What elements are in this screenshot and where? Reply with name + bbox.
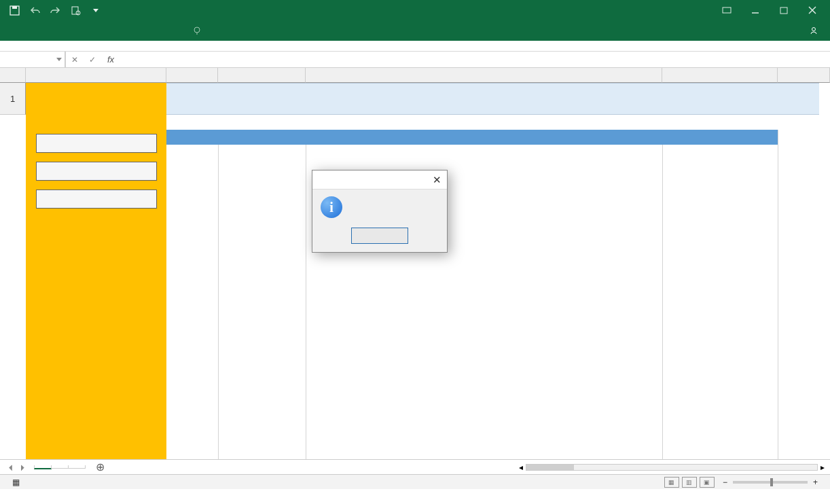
- tell-me[interactable]: [193, 26, 205, 35]
- tab-last-icon[interactable]: ⏵: [19, 463, 27, 472]
- preview-icon[interactable]: [67, 1, 84, 19]
- tab-review[interactable]: [101, 20, 117, 41]
- zoom-in-icon[interactable]: +: [813, 478, 818, 487]
- tab-first-icon[interactable]: ⏴: [7, 463, 15, 472]
- bulb-icon: [193, 26, 201, 35]
- share-button[interactable]: [800, 20, 830, 41]
- col-E[interactable]: [662, 68, 778, 83]
- tab-data[interactable]: [84, 20, 101, 41]
- tab-file[interactable]: [3, 20, 19, 41]
- hscrollbar[interactable]: [526, 464, 818, 471]
- th-seq: [166, 130, 218, 145]
- msgbox: ✕ i: [312, 170, 448, 253]
- svg-rect-1: [12, 6, 17, 9]
- maximize-icon[interactable]: [770, 1, 797, 19]
- svg-point-11: [812, 28, 816, 31]
- col-C[interactable]: [218, 68, 306, 83]
- worksheet[interactable]: 1 /*placeholder*/: [0, 68, 830, 459]
- view-normal-icon[interactable]: ▦: [664, 477, 679, 488]
- ribbon-body-collapsed: [0, 41, 830, 52]
- zoom-out-icon[interactable]: −: [723, 478, 727, 487]
- sheet-tabbar: ⏴ ⏵ ⊕ ◂ ▸: [0, 459, 830, 474]
- formula-bar: ✕ ✓ fx: [0, 52, 830, 68]
- th-attr: [218, 130, 306, 145]
- select-all-corner[interactable]: [0, 68, 26, 83]
- svg-point-9: [194, 27, 200, 33]
- view-break-icon[interactable]: ▣: [700, 477, 715, 488]
- svg-rect-6: [780, 7, 787, 14]
- msgbox-close-icon[interactable]: ✕: [433, 174, 441, 186]
- th-val: [662, 130, 778, 145]
- person-icon: [810, 26, 818, 35]
- tab-layout[interactable]: [52, 20, 68, 41]
- btn-all-drives[interactable]: [36, 190, 157, 209]
- close-icon[interactable]: [799, 1, 826, 19]
- tab-insert[interactable]: [35, 20, 52, 41]
- btn-drive-values[interactable]: [36, 162, 157, 181]
- tab-view[interactable]: [117, 20, 133, 41]
- redo-icon[interactable]: [46, 1, 64, 19]
- svg-rect-2: [72, 7, 78, 14]
- sheet-tab-1[interactable]: [34, 465, 52, 469]
- fx-icon[interactable]: fx: [101, 52, 120, 67]
- tab-baidu[interactable]: [166, 20, 182, 41]
- hscroll-right-icon[interactable]: ▸: [820, 463, 825, 472]
- cancel-fx-icon[interactable]: ✕: [66, 52, 84, 67]
- view-layout-icon[interactable]: ▥: [682, 477, 697, 488]
- ribbon-tabs: [0, 20, 830, 41]
- tab-formula[interactable]: [68, 20, 84, 41]
- hscroll-left-icon[interactable]: ◂: [519, 463, 523, 472]
- table-header: [166, 130, 778, 145]
- save-icon[interactable]: [5, 1, 23, 19]
- info-icon: i: [321, 196, 342, 218]
- tab-dev[interactable]: [133, 20, 149, 41]
- col-D[interactable]: [306, 68, 662, 83]
- undo-icon[interactable]: [26, 1, 43, 19]
- macro-rec-icon[interactable]: ▦: [12, 478, 20, 487]
- th-desc: [306, 130, 662, 145]
- zoom-slider[interactable]: [733, 481, 808, 484]
- formula-input[interactable]: [120, 52, 830, 67]
- col-A[interactable]: [26, 68, 166, 83]
- col-B[interactable]: [166, 68, 218, 83]
- sheet-tab-2[interactable]: [51, 465, 69, 469]
- name-box[interactable]: [0, 52, 65, 67]
- status-bar: ▦ ▦ ▥ ▣ − +: [0, 474, 830, 489]
- titlebar: [0, 0, 830, 20]
- gridlines: [166, 130, 830, 459]
- msgbox-ok-button[interactable]: [351, 228, 408, 244]
- enter-fx-icon[interactable]: ✓: [84, 52, 101, 67]
- new-sheet-icon[interactable]: ⊕: [92, 461, 108, 473]
- merged-title[interactable]: [166, 83, 819, 115]
- qat-more-icon[interactable]: [87, 1, 105, 19]
- svg-rect-4: [723, 7, 731, 13]
- col-F[interactable]: [778, 68, 830, 83]
- minimize-icon[interactable]: [742, 1, 769, 19]
- tab-pdf[interactable]: [149, 20, 166, 41]
- sheet-tab-3[interactable]: [68, 465, 86, 469]
- ribbon-opts-icon[interactable]: [713, 1, 740, 19]
- btn-new-drive[interactable]: [36, 134, 157, 153]
- tab-home[interactable]: [19, 20, 35, 41]
- row-1[interactable]: 1: [0, 83, 26, 115]
